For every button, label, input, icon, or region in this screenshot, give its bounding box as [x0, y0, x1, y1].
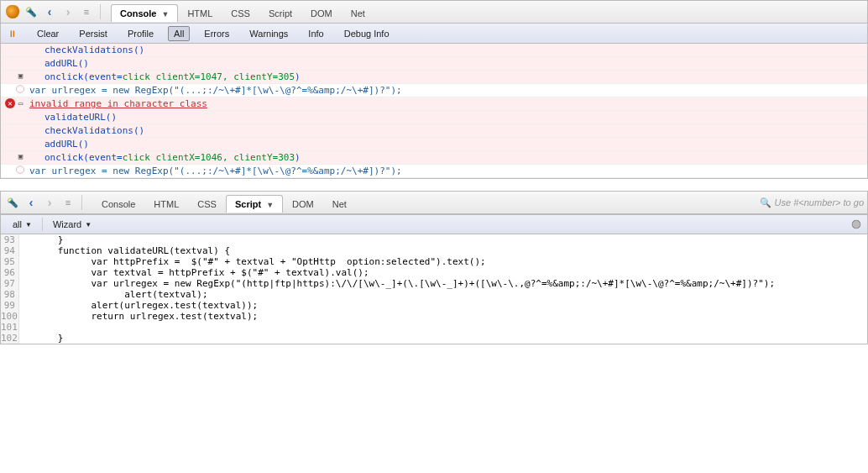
line-text: } — [19, 234, 63, 245]
source-line: 101 — [1, 322, 867, 333]
line-text: var textval = httpPrefix + $("#" + textv… — [19, 267, 369, 278]
console-code: var urlregex = new RegExp("(...;:/~\+#]*… — [29, 85, 864, 96]
line-text: var httpPrefix = $("#" + textval + "OptH… — [19, 256, 486, 267]
chevron-down-icon: ▼ — [266, 201, 274, 209]
profile-button[interactable]: Profile — [122, 26, 159, 41]
inspect-icon[interactable]: 🔦 — [4, 194, 21, 211]
nav-back-icon[interactable]: ‹ — [41, 3, 58, 20]
source-line: 102 } — [1, 333, 867, 344]
dropdown-label: all — [13, 219, 22, 229]
break-icon[interactable]: ⏸ — [6, 28, 18, 39]
console-error-line: ✕ ▭ invalid range in character class — [1, 97, 867, 111]
event-arg: click clientX=1047, clientY=305 — [123, 71, 295, 82]
line-text: alert(textval); — [19, 289, 208, 300]
toolbar-separator — [42, 218, 43, 231]
line-number[interactable]: 94 — [1, 245, 19, 256]
persist-button[interactable]: Persist — [73, 26, 113, 41]
panel-tabs: Console HTML CSS Script ▼ DOM Net — [92, 194, 356, 212]
console-line: var urlregex = new RegExp("(...;:/~\+#]*… — [1, 165, 867, 178]
stack-frame-link[interactable]: addURL() — [44, 139, 89, 150]
collapse-icon[interactable]: ▭ — [17, 100, 24, 108]
tab-html[interactable]: HTML — [178, 4, 222, 22]
toolbar-separator-1 — [81, 195, 82, 210]
source-line: 100 return urlregex.test(textval); — [1, 311, 867, 322]
line-number[interactable]: 95 — [1, 256, 19, 267]
options-gear-icon[interactable] — [850, 218, 862, 230]
inspect-icon[interactable]: 🔦 — [23, 3, 39, 20]
stack-frame-link[interactable]: addURL() — [44, 58, 89, 69]
tab-script[interactable]: Script ▼ — [226, 195, 283, 213]
tab-css[interactable]: CSS — [188, 195, 226, 213]
filter-errors-button[interactable]: Errors — [198, 26, 235, 41]
tab-dom[interactable]: DOM — [301, 4, 342, 22]
console-output: checkValidations() addURL() ▣ onclick(ev… — [0, 44, 868, 179]
line-text: } — [19, 333, 63, 344]
expand-icon[interactable]: ▣ — [17, 152, 24, 160]
search-icon: 🔍 — [760, 197, 771, 208]
search-box[interactable]: 🔍 Use #<number> to go — [760, 197, 864, 208]
firebug-top-panel: 🔦 ‹ › ≡ Console ▼ HTML CSS Script DOM Ne… — [0, 0, 868, 179]
panel-tabs: Console ▼ HTML CSS Script DOM Net — [111, 3, 374, 21]
tab-console[interactable]: Console — [92, 195, 144, 213]
stack-frame-link[interactable]: onclick(event= — [44, 152, 123, 163]
tab-net[interactable]: Net — [342, 4, 374, 22]
tab-html[interactable]: HTML — [144, 195, 188, 213]
line-text: var urlregex = new RegExp("(http|ftp|htt… — [19, 278, 775, 289]
console-line: addURL() — [1, 57, 867, 71]
stack-frame-link[interactable]: onclick(event= — [44, 71, 123, 82]
nav-forward-icon: › — [41, 194, 58, 211]
firebug-icon[interactable] — [4, 3, 21, 20]
nav-back-icon[interactable]: ‹ — [23, 194, 39, 211]
console-line: ▣ onclick(event=click clientX=1047, clie… — [1, 71, 867, 84]
error-icon: ✕ — [5, 98, 15, 108]
source-line: 94 function validateURL(textval) { — [1, 245, 867, 256]
line-number[interactable]: 101 — [1, 322, 19, 333]
script-file-dropdown[interactable]: Wizard ▼ — [46, 218, 98, 231]
log-marker-icon — [16, 85, 24, 93]
script-subtoolbar: all ▼ Wizard ▼ — [0, 214, 868, 234]
stack-icon[interactable]: ≡ — [78, 3, 95, 20]
line-number[interactable]: 102 — [1, 333, 19, 344]
expand-icon[interactable]: ▣ — [17, 71, 24, 79]
stack-icon[interactable]: ≡ — [60, 194, 76, 211]
console-line: ▣ onclick(event=click clientX=1046, clie… — [1, 151, 867, 165]
clear-button[interactable]: Clear — [31, 26, 65, 41]
tab-console-label: Console — [120, 8, 156, 18]
line-number[interactable]: 97 — [1, 278, 19, 289]
line-number[interactable]: 93 — [1, 234, 19, 245]
tab-css[interactable]: CSS — [222, 4, 259, 22]
firebug-bottom-panel: 🔦 ‹ › ≡ Console HTML CSS Script ▼ DOM Ne… — [0, 191, 868, 344]
tab-dom[interactable]: DOM — [283, 195, 323, 213]
tab-net[interactable]: Net — [323, 195, 356, 213]
source-line: 97 var urlregex = new RegExp("(http|ftp|… — [1, 278, 867, 289]
stack-frame-link[interactable]: checkValidations() — [44, 45, 144, 55]
source-line: 99 alert(urlregex.test(textval)); — [1, 300, 867, 311]
line-number[interactable]: 98 — [1, 289, 19, 300]
line-text: return urlregex.test(textval); — [19, 311, 258, 322]
line-number[interactable]: 99 — [1, 300, 19, 311]
source-line: 96 var textval = httpPrefix + $("#" + te… — [1, 267, 867, 278]
stack-frame-link[interactable]: checkValidations() — [44, 125, 144, 136]
console-subtoolbar: ⏸ Clear Persist Profile All Errors Warni… — [0, 24, 868, 44]
line-text: alert(urlregex.test(textval)); — [19, 300, 258, 311]
filter-all-button[interactable]: All — [168, 26, 190, 41]
tab-console[interactable]: Console ▼ — [111, 4, 178, 22]
chevron-down-icon: ▼ — [25, 221, 32, 229]
script-type-dropdown[interactable]: all ▼ — [6, 218, 39, 231]
filter-debug-button[interactable]: Debug Info — [338, 26, 395, 41]
console-line: validateURL() — [1, 111, 867, 124]
line-number[interactable]: 96 — [1, 267, 19, 278]
stack-frame-close: ) — [295, 152, 301, 163]
line-number[interactable]: 100 — [1, 311, 19, 322]
toolbar-separator-1 — [100, 4, 101, 19]
console-line: checkValidations() — [1, 44, 867, 57]
filter-info-button[interactable]: Info — [302, 26, 329, 41]
error-message[interactable]: invalid range in character class — [29, 98, 207, 109]
event-arg: click clientX=1046, clientY=303 — [123, 152, 295, 163]
top-toolbar: 🔦 ‹ › ≡ Console ▼ HTML CSS Script DOM Ne… — [0, 0, 868, 24]
stack-frame-link[interactable]: validateURL() — [44, 112, 117, 123]
script-source: 93 }94 function validateURL(textval) {95… — [0, 234, 868, 344]
filter-warnings-button[interactable]: Warnings — [243, 26, 294, 41]
tab-script[interactable]: Script — [259, 4, 301, 22]
source-line: 98 alert(textval); — [1, 289, 867, 300]
